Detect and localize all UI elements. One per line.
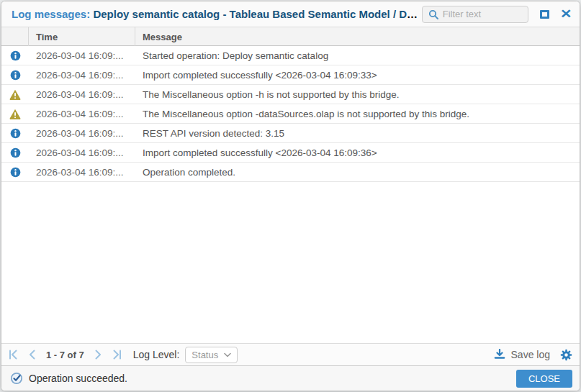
log-level-label: Log Level: — [133, 349, 180, 360]
log-messages-dialog: Log messages: Deploy semantic catalog - … — [1, 1, 580, 391]
log-table-body: 2026-03-04 16:09:...Started operation: D… — [1, 46, 580, 343]
title-prefix: Log messages: — [12, 8, 90, 20]
log-row-2[interactable]: 2026-03-04 16:09:...Import completed suc… — [1, 65, 580, 85]
success-check-icon — [10, 372, 23, 385]
row-time: 2026-03-04 16:09:... — [29, 70, 135, 81]
log-row-3[interactable]: 2026-03-04 16:09:...The Miscellaneous op… — [1, 85, 580, 104]
chevron-down-icon — [224, 352, 231, 357]
first-page-icon[interactable] — [7, 348, 20, 361]
last-page-icon[interactable] — [110, 348, 123, 361]
warning-icon — [9, 109, 21, 119]
download-icon[interactable] — [494, 349, 505, 360]
close-button[interactable]: CLOSE — [516, 370, 572, 388]
row-time: 2026-03-04 16:09:... — [29, 128, 135, 139]
row-severity-cell — [1, 70, 29, 81]
save-log-button[interactable]: Save log — [511, 349, 550, 360]
pagination-bar: 1 - 7 of 7 Log Level: Status Save log — [1, 343, 580, 365]
pagination-count: 1 - 7 of 7 — [46, 350, 84, 360]
row-severity-cell — [1, 109, 29, 119]
row-message: The Miscellaneous option -h is not suppo… — [135, 89, 580, 100]
row-message: Started operation: Deploy semantic catal… — [135, 50, 580, 61]
row-severity-cell — [1, 89, 29, 100]
info-icon — [10, 50, 21, 61]
log-row-7[interactable]: 2026-03-04 16:09:...Operation completed. — [1, 163, 580, 182]
filter-input[interactable] — [443, 9, 522, 19]
column-header-message[interactable]: Message — [135, 27, 580, 46]
row-message: The Miscellaneous option -dataSources.ol… — [135, 109, 580, 119]
warning-icon — [9, 89, 21, 100]
status-message: Operation succeeded. — [29, 373, 127, 384]
log-row-6[interactable]: 2026-03-04 16:09:...Import completed suc… — [1, 143, 580, 163]
row-time: 2026-03-04 16:09:... — [29, 147, 135, 158]
column-header-icon — [1, 27, 29, 46]
previous-page-icon[interactable] — [26, 348, 39, 361]
row-message: Import completed successfully <2026-03-0… — [135, 70, 580, 81]
row-message: Operation completed. — [135, 167, 580, 178]
log-row-5[interactable]: 2026-03-04 16:09:...REST API version det… — [1, 124, 580, 143]
dialog-title: Log messages: Deploy semantic catalog - … — [12, 8, 422, 20]
close-icon[interactable]: ✕ — [560, 8, 572, 20]
filter-box[interactable] — [422, 6, 528, 23]
title-bar: Log messages: Deploy semantic catalog - … — [1, 1, 580, 27]
title-operation: Deploy semantic catalog - Tableau Based … — [93, 8, 421, 20]
row-severity-cell — [1, 128, 29, 139]
gear-icon[interactable] — [560, 349, 572, 361]
status-bar: Operation succeeded. CLOSE — [1, 365, 580, 391]
log-row-1[interactable]: 2026-03-04 16:09:...Started operation: D… — [1, 46, 580, 65]
row-severity-cell — [1, 167, 29, 178]
row-severity-cell — [1, 50, 29, 61]
row-message: REST API version detected: 3.15 — [135, 128, 580, 139]
row-message: Import completed successfully <2026-03-0… — [135, 147, 580, 158]
info-icon — [10, 147, 21, 158]
column-header-time[interactable]: Time — [29, 27, 135, 46]
search-icon — [428, 9, 438, 19]
info-icon — [10, 70, 21, 81]
info-icon — [10, 167, 21, 178]
row-time: 2026-03-04 16:09:... — [29, 50, 135, 61]
info-icon — [10, 128, 21, 139]
row-time: 2026-03-04 16:09:... — [29, 167, 135, 178]
next-page-icon[interactable] — [91, 348, 104, 361]
maximize-icon[interactable] — [540, 10, 549, 19]
row-severity-cell — [1, 147, 29, 158]
log-level-select[interactable]: Status — [185, 347, 238, 363]
log-row-4[interactable]: 2026-03-04 16:09:...The Miscellaneous op… — [1, 104, 580, 124]
table-header: Time Message — [1, 27, 580, 46]
log-level-value: Status — [192, 350, 218, 360]
row-time: 2026-03-04 16:09:... — [29, 109, 135, 119]
row-time: 2026-03-04 16:09:... — [29, 89, 135, 100]
